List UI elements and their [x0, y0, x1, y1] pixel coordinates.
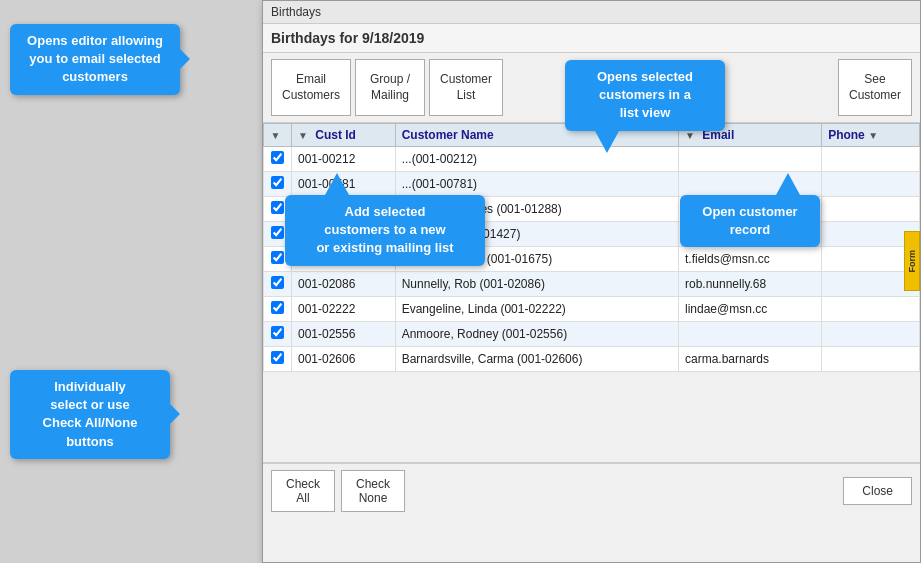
row-customer-name: Nunnelly, Rob (001-02086) — [395, 272, 678, 297]
row-customer-name: Barnardsville, Carma (001-02606) — [395, 347, 678, 372]
customers-table: ▼ ▼ Cust Id Customer Name ▼ Email Phone … — [263, 123, 920, 372]
row-email — [679, 222, 822, 247]
title-bar: Birthdays — [263, 1, 920, 24]
row-checkbox[interactable] — [271, 226, 284, 239]
row-cust-id: 001-02222 — [292, 297, 396, 322]
see-customer-button[interactable]: SeeCustomer — [838, 59, 912, 116]
table-row: 001-00781 ...(001-00781) — [264, 172, 920, 197]
row-checkbox[interactable] — [271, 301, 284, 314]
table-row: 001-02606 Barnardsville, Carma (001-0260… — [264, 347, 920, 372]
filter-icon-phone: ▼ — [868, 130, 878, 141]
table-row: 001-00212 ...(001-00212) — [264, 147, 920, 172]
row-customer-name: Anmoore, Rodney (001-02556) — [395, 322, 678, 347]
filter-icon: ▼ — [271, 130, 281, 141]
row-checkbox[interactable] — [271, 276, 284, 289]
yellow-tab-label: Form — [907, 250, 917, 273]
row-email: t.fields@msn.cc — [679, 247, 822, 272]
filter-icon-email: ▼ — [685, 130, 695, 141]
col-header-email: ▼ Email — [679, 124, 822, 147]
main-window: Birthdays Birthdays for 9/18/2019 EmailC… — [262, 0, 921, 563]
col-header-customer-name: Customer Name — [395, 124, 678, 147]
row-checkbox[interactable] — [271, 201, 284, 214]
table-row: 001-02556 Anmoore, Rodney (001-02556) — [264, 322, 920, 347]
group-mailing-button[interactable]: Group /Mailing — [355, 59, 425, 116]
row-customer-name: Evangeline, Linda (001-02222) — [395, 297, 678, 322]
row-phone — [822, 297, 920, 322]
footer: CheckAll CheckNone Close — [263, 463, 920, 518]
row-checkbox[interactable] — [271, 176, 284, 189]
row-customer-name: Fields, Thomas (001-01675) — [395, 247, 678, 272]
row-checkbox[interactable] — [271, 351, 284, 364]
table-row: 001-01427 Glen, Pat (001-01427) — [264, 222, 920, 247]
row-customer-name: ...(001-00781) — [395, 172, 678, 197]
row-checkbox-cell[interactable] — [264, 147, 292, 172]
row-cust-id: 001-01427 — [292, 222, 396, 247]
row-cust-id: 001-00212 — [292, 147, 396, 172]
row-email: carma.barnards — [679, 347, 822, 372]
row-checkbox[interactable] — [271, 251, 284, 264]
col-header-cust-id: ▼ Cust Id — [292, 124, 396, 147]
row-checkbox-cell[interactable] — [264, 347, 292, 372]
customer-list-button[interactable]: CustomerList — [429, 59, 503, 116]
row-checkbox-cell[interactable] — [264, 172, 292, 197]
check-all-button[interactable]: CheckAll — [271, 470, 335, 512]
row-checkbox-cell[interactable] — [264, 247, 292, 272]
row-checkbox-cell[interactable] — [264, 322, 292, 347]
row-customer-name: Atqasuk, Charles (001-01288) — [395, 197, 678, 222]
row-cust-id: 001-01288 — [292, 197, 396, 222]
yellow-form-tab[interactable]: Form — [904, 231, 920, 291]
row-email — [679, 322, 822, 347]
row-checkbox-cell[interactable] — [264, 297, 292, 322]
row-cust-id: 001-02606 — [292, 347, 396, 372]
col-header-phone: Phone ▼ — [822, 124, 920, 147]
row-cust-id: 001-02556 — [292, 322, 396, 347]
row-checkbox-cell[interactable] — [264, 197, 292, 222]
tooltip-email-customers: Opens editor allowing you to email selec… — [10, 24, 180, 95]
row-checkbox-cell[interactable] — [264, 272, 292, 297]
row-customer-name: ...(001-00212) — [395, 147, 678, 172]
row-email: lindae@msn.cc — [679, 297, 822, 322]
row-checkbox[interactable] — [271, 326, 284, 339]
row-cust-id: 001-02086 — [292, 272, 396, 297]
table-row: 001-01288 Atqasuk, Charles (001-01288) — [264, 197, 920, 222]
row-phone — [822, 322, 920, 347]
table-row: 001-02222 Evangeline, Linda (001-02222) … — [264, 297, 920, 322]
email-customers-button[interactable]: EmailCustomers — [271, 59, 351, 116]
row-email — [679, 147, 822, 172]
subtitle: Birthdays for 9/18/2019 — [263, 24, 920, 53]
table-row: 001-02086 Nunnelly, Rob (001-02086) rob.… — [264, 272, 920, 297]
row-cust-id: 001-00781 — [292, 172, 396, 197]
filter-icon-cust: ▼ — [298, 130, 308, 141]
row-checkbox[interactable] — [271, 151, 284, 164]
table-container: ▼ ▼ Cust Id Customer Name ▼ Email Phone … — [263, 123, 920, 463]
check-none-button[interactable]: CheckNone — [341, 470, 405, 512]
table-row: 001-01675 Fields, Thomas (001-01675) t.f… — [264, 247, 920, 272]
row-email — [679, 197, 822, 222]
window-title: Birthdays — [271, 5, 321, 19]
row-customer-name: Glen, Pat (001-01427) — [395, 222, 678, 247]
row-phone — [822, 147, 920, 172]
tooltip-check-select: Individuallyselect or useCheck All/Noneb… — [10, 370, 170, 459]
close-button[interactable]: Close — [843, 477, 912, 505]
row-phone — [822, 172, 920, 197]
toolbar: EmailCustomers Group /Mailing CustomerLi… — [263, 53, 920, 123]
row-phone — [822, 197, 920, 222]
row-phone — [822, 347, 920, 372]
row-checkbox-cell[interactable] — [264, 222, 292, 247]
row-email: rob.nunnelly.68 — [679, 272, 822, 297]
col-header-check: ▼ — [264, 124, 292, 147]
row-cust-id: 001-01675 — [292, 247, 396, 272]
row-email — [679, 172, 822, 197]
